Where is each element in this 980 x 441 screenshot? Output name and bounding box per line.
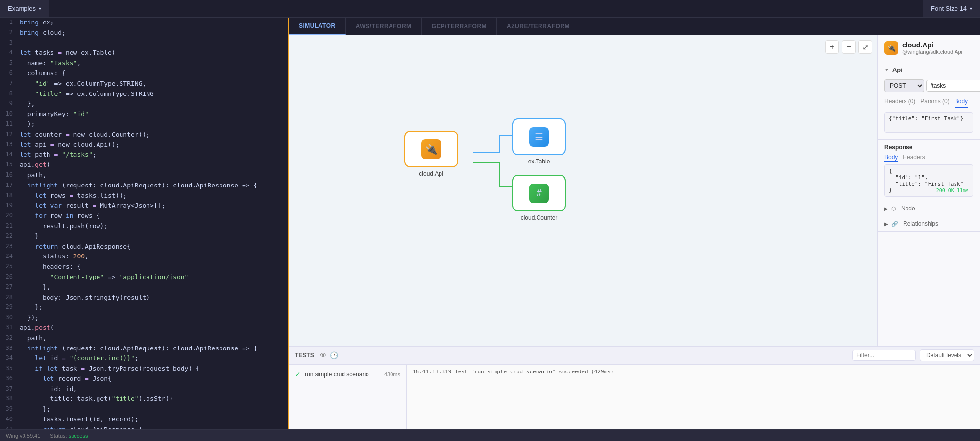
wing-version: Wing v0.59.41	[6, 433, 40, 439]
code-line: 9 },	[0, 99, 288, 109]
tab-body[interactable]: Body	[955, 96, 968, 108]
line-number: 23	[0, 242, 18, 252]
zoom-fit-button[interactable]: ⤢	[858, 40, 872, 54]
line-content: let api = new cloud.Api();	[18, 140, 288, 150]
levels-select[interactable]: Default levels	[920, 349, 974, 361]
line-content: );	[18, 119, 288, 130]
method-select[interactable]: POST GET PUT DELETE	[884, 79, 924, 92]
test-name: run simple crud scenario	[305, 371, 380, 378]
line-content: columns: {	[18, 69, 288, 79]
relationships-toggle[interactable]: ▶ 🔗 Relationships	[884, 220, 973, 227]
line-number: 15	[0, 160, 18, 170]
line-content: let var result = MutArray<Json>[];	[18, 201, 288, 211]
line-number: 30	[0, 313, 18, 323]
code-line: 6 columns: {	[0, 69, 288, 79]
line-content: let path = "/tasks";	[18, 150, 288, 160]
line-number: 9	[0, 99, 18, 109]
tab-azure[interactable]: AZURE/TERRAFORM	[497, 18, 580, 35]
code-line: 7 "id" => ex.ColumnType.STRING,	[0, 79, 288, 89]
tab-headers[interactable]: Headers (0)	[884, 96, 915, 108]
code-line: 33 inflight (request: cloud.ApiRequest):…	[0, 344, 288, 354]
code-line: 27 },	[0, 282, 288, 293]
code-line: 25 headers: {	[0, 262, 288, 272]
line-content: },	[18, 282, 288, 293]
line-content: for row in rows {	[18, 211, 288, 221]
code-line: 4let tasks = new ex.Table(	[0, 48, 288, 58]
line-content: };	[18, 404, 288, 415]
test-item[interactable]: ✓ run simple crud scenario 430ms	[289, 368, 406, 381]
line-content: });	[18, 313, 288, 323]
line-number: 12	[0, 130, 18, 140]
code-line: 13let api = new cloud.Api();	[0, 140, 288, 150]
examples-label: Examples	[8, 5, 36, 12]
sim-inspector-row: + − ⤢	[289, 35, 980, 346]
filter-input[interactable]	[852, 350, 916, 361]
line-number: 31	[0, 323, 18, 333]
line-content: name: "Tasks",	[18, 58, 288, 69]
line-number: 21	[0, 221, 18, 232]
line-number: 38	[0, 394, 18, 404]
main-area: 1bring ex;2bring cloud;3 4let tasks = ne…	[0, 18, 980, 429]
line-number: 37	[0, 384, 18, 395]
line-number: 24	[0, 252, 18, 262]
line-content: result.push(row);	[18, 221, 288, 232]
code-line: 41 return cloud.ApiResponse {	[0, 425, 288, 429]
code-line: 20 for row in rows {	[0, 211, 288, 221]
line-content: api.get(	[18, 160, 288, 170]
eye-icon[interactable]: 👁	[320, 351, 327, 359]
tab-aws[interactable]: AWS/TERRAFORM	[346, 18, 422, 35]
code-line: 36 let record = Json{	[0, 374, 288, 384]
clock-icon[interactable]: 🕐	[330, 351, 338, 359]
code-line: 31api.post(	[0, 323, 288, 333]
response-section: Response Body Headers { "id": "1", "titl…	[878, 140, 980, 201]
line-number: 4	[0, 48, 18, 58]
line-content: let counter = new cloud.Counter();	[18, 130, 288, 140]
line-content: path,	[18, 170, 288, 181]
node-table[interactable]: ☰ ex.Table	[512, 118, 566, 165]
bottom-panel: TESTS 👁 🕐 Default levels ✓ run simple cr…	[289, 346, 980, 429]
tab-gcp[interactable]: GCP/TERRAFORM	[422, 18, 497, 35]
code-line: 10 primaryKey: "id"	[0, 109, 288, 119]
status-value: success	[69, 433, 88, 439]
code-line: 17 inflight (request: cloud.ApiRequest):…	[0, 181, 288, 191]
resource-row: 🔌 cloud.Api @winglang/sdk.cloud.Api	[884, 41, 973, 55]
code-editor[interactable]: 1bring ex;2bring cloud;3 4let tasks = ne…	[0, 18, 289, 429]
tests-header: TESTS 👁 🕐 Default levels	[289, 347, 980, 365]
tab-simulator[interactable]: SIMULATOR	[289, 18, 346, 35]
endpoint-input[interactable]	[926, 80, 980, 92]
body-input[interactable]: {"title": "First Task"}	[884, 112, 973, 133]
inspector-panel: 🔌 cloud.Api @winglang/sdk.cloud.Api ▼ Ap…	[877, 35, 980, 346]
node-counter[interactable]: # cloud.Counter	[512, 175, 566, 221]
zoom-controls: + − ⤢	[825, 40, 872, 54]
api-method-row: POST GET PUT DELETE Send	[884, 79, 973, 92]
line-content: "Content-Type" => "application/json"	[18, 272, 288, 282]
zoom-out-button[interactable]: −	[842, 40, 856, 54]
line-number: 33	[0, 344, 18, 354]
node-icon-glyph: ⬡	[891, 206, 896, 212]
line-number: 7	[0, 79, 18, 89]
line-number: 6	[0, 69, 18, 79]
chevron-down-icon: ▾	[970, 6, 972, 11]
code-line: 23 return cloud.ApiResponse{	[0, 242, 288, 252]
response-tab-body[interactable]: Body	[884, 154, 898, 162]
line-content: headers: {	[18, 262, 288, 272]
response-tab-headers[interactable]: Headers	[903, 154, 925, 162]
api-section-toggle[interactable]: ▼ Api	[884, 64, 973, 75]
node-api[interactable]: 🔌 cloud.Api	[404, 131, 458, 177]
node-toggle[interactable]: ▶ ⬡ Node	[884, 205, 973, 212]
line-content: status: 200,	[18, 252, 288, 262]
status-badge: 200 OK 11ms	[936, 188, 969, 193]
tests-list: ✓ run simple crud scenario 430ms	[289, 365, 407, 429]
font-size-button[interactable]: Font Size 14 ▾	[923, 0, 980, 17]
resource-icon-symbol: 🔌	[887, 44, 896, 52]
line-number: 8	[0, 89, 18, 99]
zoom-in-button[interactable]: +	[825, 40, 839, 54]
line-number: 26	[0, 272, 18, 282]
node-counter-label: cloud.Counter	[521, 214, 558, 221]
line-content: let tasks = new ex.Table(	[18, 48, 288, 58]
line-content: return cloud.ApiResponse {	[18, 425, 288, 429]
examples-button[interactable]: Examples ▾	[0, 0, 49, 17]
code-line: 38 title: task.get("title").asStr()	[0, 394, 288, 404]
tab-params[interactable]: Params (0)	[920, 96, 949, 108]
line-number: 41	[0, 425, 18, 429]
